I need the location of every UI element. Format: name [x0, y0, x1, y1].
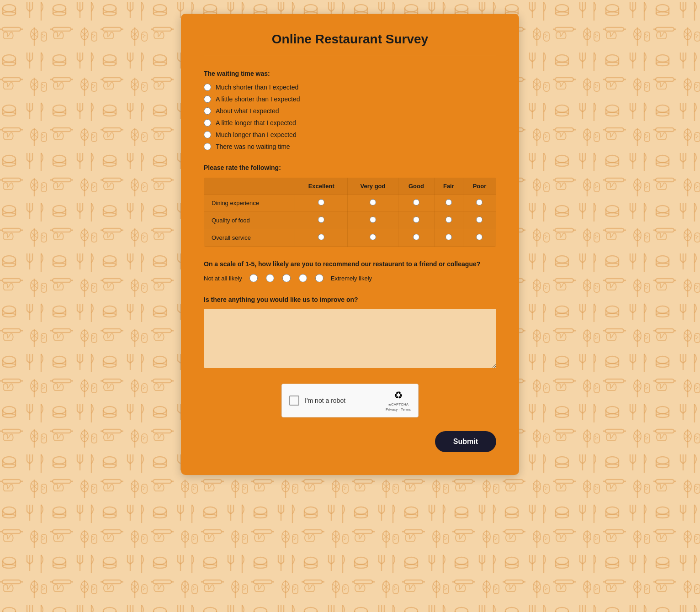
- rating-table: Excellent Very god Good Fair Poor Dining…: [204, 178, 496, 247]
- dining-poor[interactable]: [463, 195, 496, 212]
- waiting-time-section: The waiting time was: Much shorter than …: [204, 70, 496, 150]
- col-header-0: [204, 178, 295, 195]
- waiting-option-2[interactable]: A little shorter than I expected: [204, 95, 496, 103]
- rating-label: Please rate the following:: [204, 164, 496, 171]
- likelihood-section: On a scale of 1-5, how likely are you to…: [204, 260, 496, 282]
- improve-section: Is there anything you would like us to i…: [204, 296, 496, 370]
- dining-excellent[interactable]: [295, 195, 348, 212]
- waiting-option-5[interactable]: Much longer than I expected: [204, 131, 496, 138]
- likelihood-scale: Not at all likely Extremely likely: [204, 274, 496, 282]
- rating-row-dining-label: Dining experience: [204, 195, 295, 212]
- rating-section: Please rate the following: Excellent Ver…: [204, 164, 496, 247]
- rating-row-service: Overall service: [204, 229, 496, 247]
- rating-row-service-label: Overall service: [204, 229, 295, 247]
- service-excellent[interactable]: [295, 229, 348, 247]
- food-verygood[interactable]: [347, 212, 398, 229]
- service-poor[interactable]: [463, 229, 496, 247]
- service-fair[interactable]: [434, 229, 463, 247]
- waiting-label-3: About what I expected: [216, 107, 279, 115]
- waiting-radio-4[interactable]: [204, 119, 211, 127]
- rating-row-dining: Dining experience: [204, 195, 496, 212]
- recaptcha-links: Privacy - Terms: [386, 407, 411, 412]
- dining-fair-radio[interactable]: [445, 199, 452, 206]
- food-fair[interactable]: [434, 212, 463, 229]
- food-excellent[interactable]: [295, 212, 348, 229]
- dining-good[interactable]: [398, 195, 435, 212]
- waiting-radio-5[interactable]: [204, 131, 211, 138]
- waiting-label-5: Much longer than I expected: [216, 131, 297, 138]
- waiting-option-6[interactable]: There was no waiting time: [204, 143, 496, 150]
- service-verygood-radio[interactable]: [370, 234, 376, 240]
- rating-table-header: Excellent Very god Good Fair Poor: [204, 178, 496, 195]
- food-fair-radio[interactable]: [445, 216, 452, 223]
- service-excellent-radio[interactable]: [318, 234, 324, 240]
- col-header-good: Good: [398, 178, 435, 195]
- likelihood-high-label: Extremely likely: [331, 275, 372, 282]
- recaptcha-container: I'm not a robot ♻ reCAPTCHA Privacy - Te…: [204, 384, 496, 417]
- service-poor-radio[interactable]: [476, 234, 483, 240]
- recaptcha-checkbox[interactable]: [289, 396, 299, 406]
- improve-label: Is there anything you would like us to i…: [204, 296, 496, 303]
- col-header-verygood: Very god: [347, 178, 398, 195]
- dining-excellent-radio[interactable]: [318, 199, 324, 206]
- submit-button[interactable]: Submit: [435, 431, 496, 452]
- recaptcha-logo: ♻ reCAPTCHA Privacy - Terms: [386, 390, 411, 412]
- service-verygood[interactable]: [347, 229, 398, 247]
- food-excellent-radio[interactable]: [318, 216, 324, 223]
- food-good-radio[interactable]: [413, 216, 419, 223]
- improve-textarea[interactable]: [204, 309, 496, 368]
- rating-row-food-label: Quality of food: [204, 212, 295, 229]
- recaptcha-left: I'm not a robot: [289, 396, 345, 406]
- waiting-radio-6[interactable]: [204, 143, 211, 150]
- likelihood-radio-5[interactable]: [315, 274, 323, 282]
- waiting-time-label: The waiting time was:: [204, 70, 496, 77]
- likelihood-radio-2[interactable]: [266, 274, 274, 282]
- waiting-option-1[interactable]: Much shorter than I expected: [204, 84, 496, 91]
- col-header-fair: Fair: [434, 178, 463, 195]
- likelihood-radio-3[interactable]: [282, 274, 291, 282]
- waiting-option-3[interactable]: About what I expected: [204, 107, 496, 115]
- rating-row-food: Quality of food: [204, 212, 496, 229]
- dining-fair[interactable]: [434, 195, 463, 212]
- survey-card: Online Restaurant Survey The waiting tim…: [181, 14, 519, 475]
- recaptcha-text: I'm not a robot: [305, 397, 345, 404]
- recaptcha-icon: ♻: [394, 390, 403, 401]
- likelihood-low-label: Not at all likely: [204, 275, 242, 282]
- dining-good-radio[interactable]: [413, 199, 419, 206]
- food-verygood-radio[interactable]: [370, 216, 376, 223]
- waiting-label-1: Much shorter than I expected: [216, 84, 298, 91]
- service-good-radio[interactable]: [413, 234, 419, 240]
- recaptcha-box[interactable]: I'm not a robot ♻ reCAPTCHA Privacy - Te…: [281, 384, 419, 417]
- likelihood-radio-4[interactable]: [299, 274, 307, 282]
- service-fair-radio[interactable]: [445, 234, 452, 240]
- waiting-radio-3[interactable]: [204, 107, 211, 115]
- survey-title: Online Restaurant Survey: [204, 32, 496, 56]
- waiting-label-6: There was no waiting time: [216, 143, 290, 150]
- waiting-radio-1[interactable]: [204, 84, 211, 91]
- likelihood-radios: [249, 274, 323, 282]
- likelihood-question: On a scale of 1-5, how likely are you to…: [204, 260, 496, 268]
- recaptcha-brand: reCAPTCHA: [388, 402, 408, 406]
- col-header-excellent: Excellent: [295, 178, 348, 195]
- dining-verygood[interactable]: [347, 195, 398, 212]
- waiting-label-2: A little shorter than I expected: [216, 95, 300, 103]
- dining-poor-radio[interactable]: [476, 199, 483, 206]
- col-header-poor: Poor: [463, 178, 496, 195]
- food-poor[interactable]: [463, 212, 496, 229]
- service-good[interactable]: [398, 229, 435, 247]
- waiting-label-4: A little longer that I expected: [216, 119, 296, 127]
- food-good[interactable]: [398, 212, 435, 229]
- food-poor-radio[interactable]: [476, 216, 483, 223]
- likelihood-radio-1[interactable]: [249, 274, 258, 282]
- dining-verygood-radio[interactable]: [370, 199, 376, 206]
- waiting-option-4[interactable]: A little longer that I expected: [204, 119, 496, 127]
- waiting-radio-2[interactable]: [204, 95, 211, 103]
- submit-row: Submit: [204, 431, 496, 452]
